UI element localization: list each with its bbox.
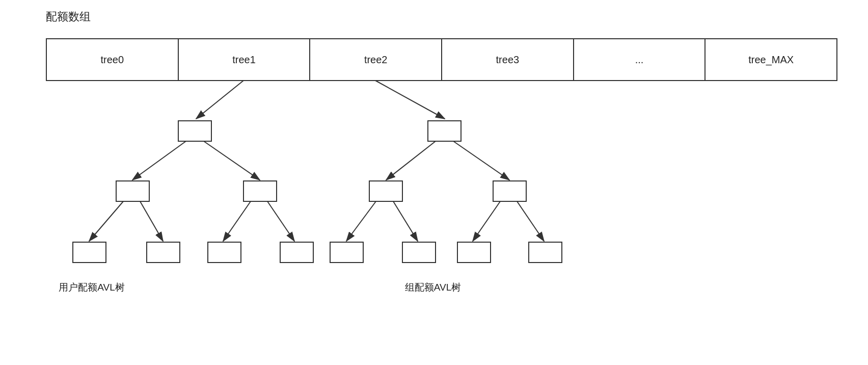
left-l2r-to-l3rr (267, 201, 294, 241)
arrow-tree2-to-root (375, 81, 445, 119)
array-cell-3: tree3 (442, 39, 574, 80)
right-l3-rl-node (457, 242, 491, 263)
right-l2-right-node (493, 181, 526, 201)
left-root-to-left (132, 141, 186, 180)
right-root-to-right (453, 141, 509, 180)
right-root-to-left (386, 141, 436, 180)
left-l3-lr-node (147, 242, 180, 263)
left-root-node (178, 121, 211, 141)
right-l2-left-node (369, 181, 402, 201)
left-l3-ll-node (73, 242, 106, 263)
right-l3-ll-node (330, 242, 363, 263)
left-l2-left-node (116, 181, 149, 201)
array-cell-2: tree2 (310, 39, 442, 80)
array-cell-1: tree1 (179, 39, 311, 80)
left-l3-rr-node (280, 242, 313, 263)
left-l2r-to-l3rl (223, 201, 251, 241)
left-l3-rl-node (208, 242, 241, 263)
left-root-to-right (204, 141, 260, 180)
right-l2l-to-l3lr (393, 201, 418, 241)
array-cell-0: tree0 (47, 39, 179, 80)
right-l2r-to-l3rr (517, 201, 544, 241)
array-cell-5: tree_MAX (706, 39, 836, 80)
array-cell-4: ... (574, 39, 706, 80)
right-l3-lr-node (402, 242, 436, 263)
tree-diagram: 用户配额AVL树 组配额AVL树 (0, 79, 868, 364)
left-l2l-to-l3ll (89, 201, 123, 241)
arrow-tree1-to-root (196, 81, 243, 119)
array-container: tree0 tree1 tree2 tree3 ... tree_MAX (46, 38, 837, 81)
right-l2l-to-l3ll (346, 201, 376, 241)
page-title: 配额数组 (46, 9, 91, 24)
left-l2l-to-l3lr (140, 201, 163, 241)
right-l2r-to-l3rl (473, 201, 500, 241)
left-l2-right-node (243, 181, 277, 201)
right-l3-rr-node (529, 242, 562, 263)
left-tree-label: 用户配额AVL树 (59, 282, 125, 293)
right-tree-label: 组配额AVL树 (405, 282, 462, 293)
right-root-node (428, 121, 461, 141)
